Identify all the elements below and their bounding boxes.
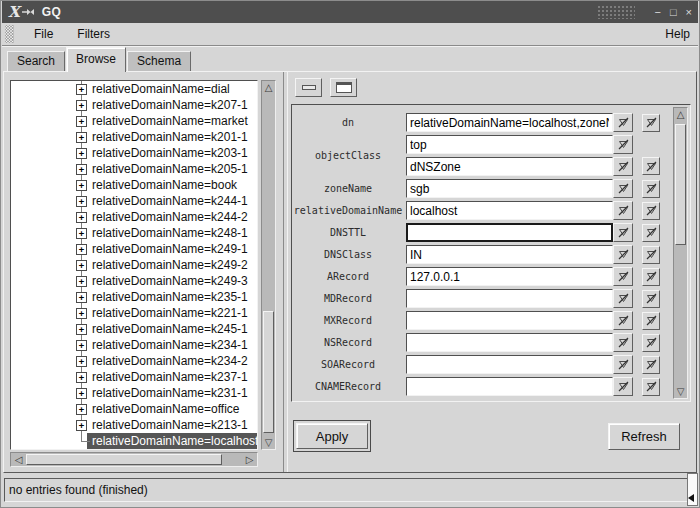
apply-button[interactable]: Apply (296, 423, 368, 449)
resize-grip[interactable] (687, 473, 698, 506)
tree-row[interactable]: + relativeDomainName=k245-1 (11, 321, 257, 337)
tree-row[interactable]: + relativeDomainName=k234-1 (11, 337, 257, 353)
value-edit-button[interactable] (613, 245, 633, 264)
form-vertical-scrollbar[interactable]: △ ▽ (673, 107, 688, 399)
expand-plus-icon[interactable]: + (76, 260, 87, 271)
value-edit-button[interactable] (613, 355, 633, 374)
add-value-button[interactable] (642, 157, 660, 175)
expand-plus-icon[interactable]: + (76, 132, 87, 143)
attribute-value-input[interactable] (406, 377, 613, 396)
value-edit-button[interactable] (613, 267, 633, 286)
scroll-up-icon[interactable]: △ (262, 81, 275, 94)
tree-row[interactable]: + relativeDomainName=k248-1 (11, 225, 257, 241)
tree-row[interactable]: + relativeDomainName=k201-1 (11, 129, 257, 145)
expand-plus-icon[interactable]: + (76, 276, 87, 287)
expand-plus-icon[interactable]: + (76, 372, 87, 383)
tree-row[interactable]: + relativeDomainName=k221-1 (11, 305, 257, 321)
scroll-up-icon[interactable]: △ (674, 108, 687, 121)
attribute-value-input[interactable] (406, 333, 613, 352)
attribute-value-input[interactable] (406, 223, 613, 242)
tab-schema[interactable]: Schema (127, 51, 191, 72)
menu-filters[interactable]: Filters (65, 24, 122, 44)
collapse-entry-button[interactable] (295, 78, 322, 97)
expand-plus-icon[interactable]: + (76, 244, 87, 255)
add-value-button[interactable] (642, 268, 660, 286)
tree-row[interactable]: + relativeDomainName=k205-1 (11, 161, 257, 177)
value-edit-button[interactable] (613, 377, 633, 396)
expand-plus-icon[interactable]: + (76, 388, 87, 399)
tab-browse[interactable]: Browse (66, 47, 126, 72)
add-value-button[interactable] (642, 180, 660, 198)
window-menu-icon[interactable] (22, 8, 36, 16)
tree-row[interactable]: + relativeDomainName=k207-1 (11, 97, 257, 113)
attribute-value-input[interactable] (406, 355, 613, 374)
scroll-left-icon[interactable]: ◁ (12, 453, 25, 466)
tree-vertical-scrollbar[interactable]: △ ▽ (261, 80, 276, 450)
attribute-value-input[interactable] (406, 311, 613, 330)
expand-plus-icon[interactable]: + (76, 196, 87, 207)
expand-plus-icon[interactable]: + (76, 100, 87, 111)
tree-row[interactable]: + relativeDomainName=k244-1 (11, 193, 257, 209)
expand-plus-icon[interactable]: + (76, 84, 87, 95)
add-value-button[interactable] (642, 202, 660, 220)
attribute-value-input[interactable] (406, 201, 613, 220)
add-value-button[interactable] (642, 224, 660, 242)
tree-row[interactable]: + relativeDomainName=k203-1 (11, 145, 257, 161)
attribute-value-input[interactable] (406, 267, 613, 286)
expand-plus-icon[interactable]: + (76, 164, 87, 175)
tree-row[interactable]: + relativeDomainName=k213-1 (11, 417, 257, 433)
expand-plus-icon[interactable]: + (76, 356, 87, 367)
add-value-button[interactable] (642, 246, 660, 264)
scrollbar-thumb[interactable] (263, 311, 274, 433)
tree-row[interactable]: + relativeDomainName=k237-1 (11, 369, 257, 385)
attribute-value-input[interactable] (406, 135, 613, 154)
attribute-value-input[interactable] (406, 157, 613, 176)
tree-row[interactable]: + relativeDomainName=k249-3 (11, 273, 257, 289)
expand-entry-button[interactable] (330, 78, 357, 97)
pane-splitter[interactable] (283, 72, 288, 472)
titlebar[interactable]: X GQ − □ × (2, 1, 698, 23)
tree-row[interactable]: + relativeDomainName=k235-1 (11, 289, 257, 305)
value-edit-button[interactable] (613, 201, 633, 220)
expand-plus-icon[interactable]: + (76, 308, 87, 319)
attribute-value-input[interactable] (406, 179, 613, 198)
expand-plus-icon[interactable]: + (76, 292, 87, 303)
expand-plus-icon[interactable]: + (76, 324, 87, 335)
add-value-button[interactable] (642, 290, 660, 308)
tree-horizontal-scrollbar[interactable]: ◁ ▷ (10, 452, 258, 467)
tree-row[interactable]: + relativeDomainName=k249-1 (11, 241, 257, 257)
tree-row[interactable]: + relativeDomainName=k244-2 (11, 209, 257, 225)
browse-tree[interactable]: + relativeDomainName=dial + relativeDoma… (10, 80, 258, 450)
tree-row[interactable]: relativeDomainName=localhost (11, 433, 257, 449)
add-value-button[interactable] (642, 114, 660, 132)
add-value-button[interactable] (642, 312, 660, 330)
tree-row[interactable]: + relativeDomainName=dial (11, 81, 257, 97)
menu-grip[interactable] (5, 25, 14, 43)
expand-plus-icon[interactable]: + (76, 340, 87, 351)
attribute-value-input[interactable] (406, 245, 613, 264)
add-value-button[interactable] (642, 356, 660, 374)
scrollbar-thumb[interactable] (675, 124, 686, 245)
expand-plus-icon[interactable]: + (76, 180, 87, 191)
refresh-button[interactable]: Refresh (608, 423, 680, 450)
scroll-down-icon[interactable]: ▽ (674, 385, 687, 398)
attribute-value-input[interactable] (406, 289, 613, 308)
expand-plus-icon[interactable]: + (76, 212, 87, 223)
expand-plus-icon[interactable]: + (76, 420, 87, 431)
add-value-button[interactable] (642, 378, 660, 396)
expand-plus-icon[interactable]: + (76, 148, 87, 159)
expand-plus-icon[interactable]: + (76, 228, 87, 239)
add-value-button[interactable] (642, 334, 660, 352)
tree-row[interactable]: + relativeDomainName=market (11, 113, 257, 129)
scroll-down-icon[interactable]: ▽ (262, 436, 275, 449)
value-edit-button[interactable] (613, 311, 633, 330)
scroll-right-icon[interactable]: ▷ (243, 453, 256, 466)
close-icon[interactable]: × (686, 7, 692, 18)
value-edit-button[interactable] (613, 135, 633, 154)
menu-help[interactable]: Help (653, 24, 698, 44)
value-edit-button[interactable] (613, 333, 633, 352)
tree-row[interactable]: + relativeDomainName=k231-1 (11, 385, 257, 401)
minimize-icon[interactable]: − (654, 7, 660, 18)
tab-search[interactable]: Search (7, 51, 65, 72)
tree-row[interactable]: + relativeDomainName=office (11, 401, 257, 417)
